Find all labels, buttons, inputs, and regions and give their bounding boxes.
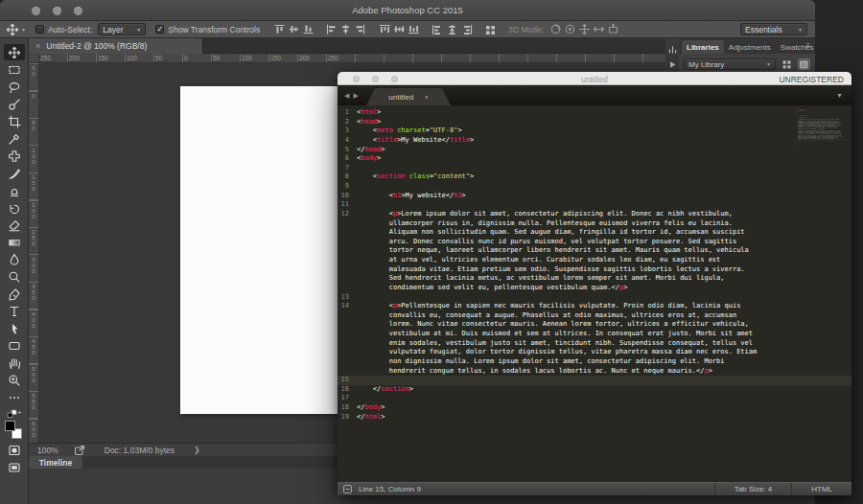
code-area[interactable]: 1<html>2<head>3 <meta charset="UTF-8">4 … <box>338 105 851 482</box>
code-line[interactable]: 16 </section> <box>338 385 851 395</box>
path-selection-tool[interactable] <box>4 320 25 336</box>
tab-size-control[interactable]: Tab Size: 4 <box>714 483 792 495</box>
panel-menu-icon[interactable]: ≡ <box>805 42 810 50</box>
pen-tool[interactable] <box>4 286 25 302</box>
editor-tab[interactable]: untitled ● <box>366 88 451 105</box>
code-line[interactable]: 11 <box>338 200 851 210</box>
code-line[interactable]: 8 <section class="content"> <box>338 172 851 182</box>
gradient-tool[interactable] <box>4 234 25 250</box>
move-tool[interactable] <box>4 44 25 60</box>
brush-tool[interactable] <box>4 165 25 181</box>
3d-drag-icon[interactable] <box>578 23 591 35</box>
editor-titlebar[interactable]: untitled UNREGISTERED <box>338 72 851 85</box>
code-line[interactable]: Aliquam non sollicitudin quam. Sed augue… <box>338 228 851 238</box>
align-right-edges-icon[interactable] <box>355 24 367 34</box>
code-line[interactable]: Sed hendrerit lacinia metus, ac vestibul… <box>338 274 851 284</box>
code-line[interactable]: at urna vel, ultricies elementum orci. C… <box>338 256 851 265</box>
doc-size[interactable]: Doc: 1.03M/0 bytes <box>105 446 175 455</box>
eyedropper-tool[interactable] <box>4 130 25 147</box>
vintage-mode-icon[interactable] <box>343 485 352 493</box>
panel-tab-adjustments[interactable]: Adjustments <box>724 40 776 54</box>
foreground-color-chip[interactable] <box>5 421 15 431</box>
distribute-horizontal-centers-icon[interactable] <box>446 24 458 34</box>
spot-healing-tool[interactable] <box>4 148 25 164</box>
shape-tool[interactable] <box>4 337 25 354</box>
code-line[interactable]: ullamcorper risus in, dignissim nulla. P… <box>338 219 851 229</box>
library-select[interactable]: My Library ▼ <box>684 58 776 70</box>
show-transform-checkbox[interactable]: ✓ Show Transform Controls <box>155 25 260 34</box>
code-line[interactable]: lorem. Nunc vitae consectetur mauris. Ae… <box>338 320 851 330</box>
checkbox-box[interactable] <box>35 25 44 34</box>
code-line[interactable]: 13 <box>338 293 851 303</box>
more-tools-tool[interactable] <box>4 389 25 405</box>
code-line[interactable]: enim sodales, vestibulum justo sit amet,… <box>338 339 851 349</box>
status-chevron-icon[interactable]: ❯ <box>194 446 200 454</box>
code-line[interactable]: arcu. Donec convallis nunc id purus euis… <box>338 238 851 247</box>
code-line[interactable]: vestibulum at mi. Duis euismod et sem at… <box>338 330 851 339</box>
code-line[interactable]: 10 <h1>My website</h1> <box>338 192 851 201</box>
align-horizontal-centers-icon[interactable] <box>340 24 353 34</box>
code-line[interactable]: 2<head> <box>338 118 851 127</box>
code-line[interactable]: 14 <p>Pellentesque in sapien nec mauris … <box>338 302 851 311</box>
code-line[interactable]: 15 <box>338 376 851 385</box>
code-line[interactable]: </html> <box>794 144 848 145</box>
panel-tab-swatches[interactable]: Swatches <box>776 40 819 54</box>
layer-select[interactable]: Layer ▼ <box>98 23 146 35</box>
clone-stamp-tool[interactable] <box>4 182 25 198</box>
code-line[interactable]: 3 <meta charset="UTF-8"> <box>338 126 851 136</box>
document-tab[interactable]: × Untitled-2 @ 100% (RGB/8) <box>29 38 203 54</box>
photoshop-titlebar[interactable]: Adobe Photoshop CC 2015 <box>0 0 815 21</box>
code-line[interactable]: convallis eu, consequat a augue. Phasell… <box>338 311 851 321</box>
zoom-tool[interactable] <box>4 372 25 388</box>
close-icon[interactable]: × <box>35 42 40 51</box>
actions-panel-icon[interactable] <box>668 60 677 69</box>
checkbox-box[interactable]: ✓ <box>155 25 164 34</box>
rectangular-marquee-tool[interactable] <box>4 61 25 78</box>
3d-roll-icon[interactable] <box>564 23 576 35</box>
distribute-left-edges-icon[interactable] <box>432 24 444 34</box>
auto-select-checkbox[interactable]: Auto-Select: <box>35 25 92 34</box>
distribute-bottom-edges-icon[interactable] <box>408 24 420 34</box>
code-line[interactable]: 18</body> <box>338 403 851 413</box>
swap-colors-icon[interactable] <box>7 409 22 419</box>
zoom-level[interactable]: 100% <box>37 446 58 455</box>
code-line[interactable]: 9 <box>338 182 851 192</box>
minimap[interactable]: <html><head> <meta charset="UTF-8"> <tit… <box>794 107 848 155</box>
tab-nav-arrows[interactable]: ◀▶ <box>344 92 362 100</box>
tool-preset-chevron-icon[interactable]: ▼ <box>21 27 26 33</box>
align-bottom-edges-icon[interactable] <box>302 24 315 34</box>
code-line[interactable]: 6<body> <box>338 154 851 164</box>
code-line[interactable]: 1<html> <box>338 108 851 118</box>
syntax-control[interactable]: HTML <box>791 483 851 495</box>
eraser-tool[interactable] <box>4 217 25 233</box>
tab-overflow-icon[interactable]: ▼ <box>836 92 843 99</box>
code-line[interactable]: 4 <title>My Website</title> <box>338 136 851 146</box>
align-vertical-centers-icon[interactable] <box>288 24 300 34</box>
code-line[interactable]: 5</head> <box>338 146 851 155</box>
code-line[interactable]: condimentum sed velit eu, pellentesque v… <box>338 284 851 293</box>
code-line[interactable]: 7 <box>338 164 851 173</box>
type-tool[interactable] <box>4 303 25 319</box>
vertical-ruler[interactable]: 50050100150200250300350400450500550600 <box>29 63 39 443</box>
code-line[interactable]: non dignissim nulla. Lorem ipsum dolor s… <box>338 357 851 367</box>
timeline-tab[interactable]: Timeline <box>29 456 82 469</box>
grid-view-icon[interactable] <box>781 58 793 70</box>
panel-tab-libraries[interactable]: Libraries <box>682 40 724 54</box>
3d-rotate-icon[interactable] <box>549 23 562 35</box>
history-brush-tool[interactable] <box>4 199 25 216</box>
3d-slide-icon[interactable] <box>593 23 605 35</box>
code-line[interactable]: 17 <box>338 394 851 403</box>
arrange-grid-icon[interactable] <box>484 24 497 35</box>
screen-mode-button[interactable] <box>4 459 25 475</box>
dodge-tool[interactable] <box>4 268 25 285</box>
share-icon[interactable] <box>74 445 85 456</box>
distribute-vertical-centers-icon[interactable] <box>393 24 406 34</box>
workspace-select[interactable]: Essentials ▼ <box>740 23 807 35</box>
distribute-right-edges-icon[interactable] <box>460 24 473 34</box>
code-line[interactable]: vulputate feugiat, dolor tortor dignissi… <box>338 348 851 357</box>
quick-mask-button[interactable] <box>4 442 25 458</box>
code-line[interactable]: malesuada vitae. Etiam pretium sem odio.… <box>338 265 851 275</box>
hand-tool[interactable] <box>4 355 25 371</box>
3d-scale-icon[interactable] <box>607 23 619 35</box>
code-line[interactable]: tortor neque, laoreet ullamcorper libero… <box>338 246 851 256</box>
